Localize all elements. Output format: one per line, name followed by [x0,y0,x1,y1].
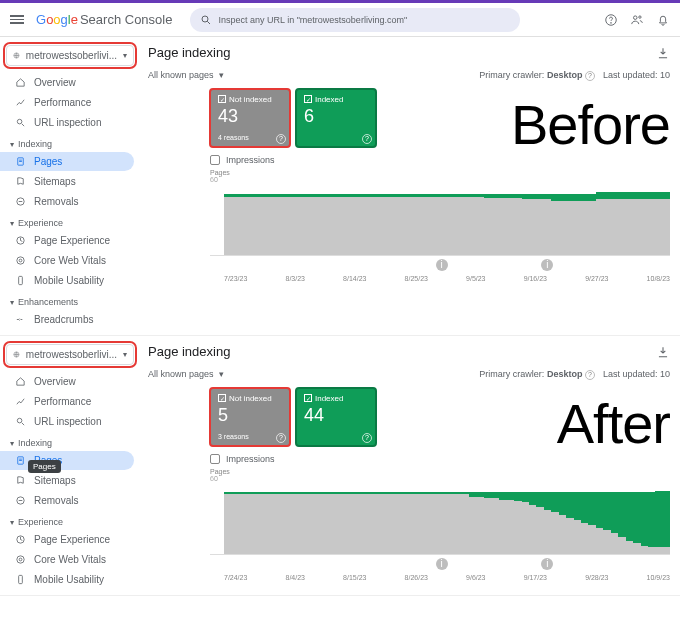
chart-bar [425,178,432,255]
overview-icon [14,376,26,387]
download-icon[interactable] [656,345,670,359]
nav-section[interactable]: ▸ Experience [0,212,140,230]
bell-icon[interactable] [656,13,670,27]
nav-section[interactable]: ▸ Indexing [0,432,140,450]
overlay-before: Before [511,92,670,157]
main-content: Before Page indexing All known pages ▾ P… [140,37,680,335]
not-indexed-card[interactable]: ✓Not indexed 5 3 reasons ? [210,388,290,446]
nav-removals[interactable]: Removals [0,192,134,211]
checkbox-icon[interactable] [210,454,220,464]
panel-before: metrowestsoberlivi... ▾ Overview Perform… [0,37,680,336]
chart-bar [298,178,305,255]
chart-marker[interactable]: i [541,558,553,570]
chart-bar [388,178,395,255]
chart-bar [641,178,648,255]
filter-row: All known pages ▾ Primary crawler: Deskt… [148,66,670,89]
nav-url_inspection[interactable]: URL inspection [0,113,134,132]
chart-bar [447,178,454,255]
svg-rect-21 [18,575,22,583]
filter-chip[interactable]: All known pages ▾ [148,70,224,80]
chart-bar [588,477,595,554]
chart-marker[interactable]: i [436,558,448,570]
chart-bar [291,477,298,554]
indexed-card[interactable]: ✓Indexed 44 ? [296,388,376,446]
info-icon[interactable]: ? [362,134,372,144]
chart-x-axis: 7/23/238/3/238/14/238/25/239/5/239/16/23… [224,271,670,282]
checkbox-icon[interactable] [210,155,220,165]
overlay-after: After [557,391,670,456]
help-icon[interactable] [604,13,618,27]
chart-marker[interactable]: i [541,259,553,271]
chart-bar [254,178,261,255]
chart-bar [603,178,610,255]
filter-chip[interactable]: All known pages ▾ [148,369,224,379]
nav-breadcrumbs[interactable]: Breadcrumbs [0,310,134,329]
info-icon[interactable]: ? [276,134,286,144]
hamburger-icon[interactable] [10,15,26,24]
chart-bar [380,477,387,554]
nav-removals[interactable]: Removals [0,491,134,510]
chart-bar [350,178,357,255]
chart-bar [261,477,268,554]
chart-bar [596,477,603,554]
nav-pages[interactable]: Pages [0,451,134,470]
nav-mobile[interactable]: Mobile Usability [0,271,134,290]
chart-bar [581,477,588,554]
nav-performance[interactable]: Performance [0,392,134,411]
mobile-icon [14,574,26,585]
svg-point-3 [611,22,612,23]
x-tick: 10/9/23 [647,574,670,581]
nav-page_experience[interactable]: Page Experience [0,530,134,549]
property-selector[interactable]: metrowestsoberlivi... ▾ [6,45,134,66]
chart-bar [373,178,380,255]
chart-bar [403,178,410,255]
chart-marker[interactable]: i [436,259,448,271]
svg-line-1 [208,21,211,24]
chart-bar [321,477,328,554]
indexed-card[interactable]: ✓Indexed 6 ? [296,89,376,147]
topbar-actions [604,13,670,27]
info-icon[interactable]: ? [585,71,595,81]
people-icon[interactable] [630,13,644,27]
nav-page_experience[interactable]: Page Experience [0,231,134,250]
nav-overview[interactable]: Overview [0,372,134,391]
chart-bar [529,477,536,554]
nav-section[interactable]: ▸ Experience [0,511,140,529]
chart-bar [469,477,476,554]
svg-point-7 [17,119,22,124]
not-indexed-card[interactable]: ✓Not indexed 43 4 reasons ? [210,89,290,147]
chart-bar [224,477,231,554]
info-icon[interactable]: ? [585,370,595,380]
nav-sitemaps[interactable]: SitemapsPages [0,471,134,490]
chart-bar [574,477,581,554]
nav-url_inspection[interactable]: URL inspection [0,412,134,431]
sidebar: metrowestsoberlivi... ▾ Overview Perform… [0,37,140,335]
info-icon[interactable]: ? [276,433,286,443]
info-icon[interactable]: ? [362,433,372,443]
chart-bar [581,178,588,255]
nav-performance[interactable]: Performance [0,93,134,112]
chart-bar [291,178,298,255]
url-inspect-search[interactable]: Inspect any URL in "metrowestsoberliving… [190,8,520,32]
chart-bar [358,477,365,554]
x-tick: 9/28/23 [585,574,608,581]
nav-section[interactable]: ▸ Indexing [0,133,140,151]
nav-cwv[interactable]: Core Web Vitals [0,550,134,569]
x-tick: 9/5/23 [466,275,485,282]
x-tick: 9/17/23 [524,574,547,581]
chart-bar [447,477,454,554]
product-name: Search Console [80,12,173,27]
x-tick: 10/8/23 [647,275,670,282]
nav-sitemaps[interactable]: Sitemaps [0,172,134,191]
nav-pages[interactable]: Pages [0,152,134,171]
download-icon[interactable] [656,46,670,60]
nav-mobile[interactable]: Mobile Usability [0,570,134,589]
overview-icon [14,77,26,88]
chart-bar [306,477,313,554]
chart-bar [388,477,395,554]
nav-section[interactable]: ▸ Enhancements [0,291,140,309]
property-selector[interactable]: metrowestsoberlivi... ▾ [6,344,134,365]
chart-bar [588,178,595,255]
nav-cwv[interactable]: Core Web Vitals [0,251,134,270]
nav-overview[interactable]: Overview [0,73,134,92]
